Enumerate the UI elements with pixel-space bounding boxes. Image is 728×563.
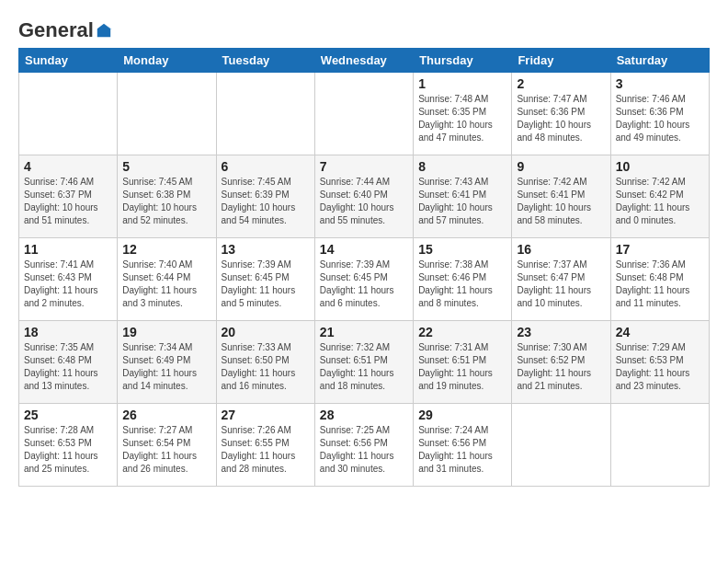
column-header-saturday: Saturday bbox=[610, 49, 709, 73]
calendar-cell: 12Sunrise: 7:40 AMSunset: 6:44 PMDayligh… bbox=[118, 238, 216, 321]
logo-general-text: General bbox=[18, 18, 94, 42]
calendar-cell: 27Sunrise: 7:26 AMSunset: 6:55 PMDayligh… bbox=[216, 404, 314, 487]
header: General bbox=[18, 18, 710, 39]
calendar-cell bbox=[216, 73, 314, 155]
day-number: 17 bbox=[616, 242, 704, 257]
day-number: 1 bbox=[418, 76, 506, 91]
day-number: 5 bbox=[122, 159, 210, 174]
day-number: 4 bbox=[24, 159, 112, 174]
day-number: 29 bbox=[418, 408, 506, 422]
day-info: Sunrise: 7:35 AMSunset: 6:48 PMDaylight:… bbox=[24, 341, 112, 393]
day-number: 18 bbox=[24, 325, 112, 339]
day-info: Sunrise: 7:43 AMSunset: 6:41 PMDaylight:… bbox=[418, 176, 506, 227]
day-info: Sunrise: 7:45 AMSunset: 6:39 PMDaylight:… bbox=[222, 176, 310, 227]
calendar-cell: 10Sunrise: 7:42 AMSunset: 6:42 PMDayligh… bbox=[610, 155, 709, 238]
day-info: Sunrise: 7:45 AMSunset: 6:38 PMDaylight:… bbox=[122, 176, 210, 227]
week-row-3: 11Sunrise: 7:41 AMSunset: 6:43 PMDayligh… bbox=[19, 238, 710, 321]
day-number: 13 bbox=[222, 242, 310, 257]
day-number: 9 bbox=[517, 159, 605, 174]
day-info: Sunrise: 7:30 AMSunset: 6:52 PMDaylight:… bbox=[517, 341, 605, 393]
calendar-cell bbox=[19, 73, 118, 155]
day-info: Sunrise: 7:42 AMSunset: 6:42 PMDaylight:… bbox=[616, 176, 704, 227]
day-number: 8 bbox=[418, 159, 506, 174]
day-info: Sunrise: 7:33 AMSunset: 6:50 PMDaylight:… bbox=[222, 341, 310, 393]
day-number: 28 bbox=[320, 408, 408, 422]
calendar-cell bbox=[512, 404, 610, 487]
calendar-cell: 2Sunrise: 7:47 AMSunset: 6:36 PMDaylight… bbox=[512, 73, 610, 155]
day-number: 15 bbox=[418, 242, 506, 257]
day-number: 23 bbox=[517, 325, 605, 339]
day-number: 16 bbox=[517, 242, 605, 257]
calendar-cell: 24Sunrise: 7:29 AMSunset: 6:53 PMDayligh… bbox=[610, 321, 709, 404]
day-info: Sunrise: 7:27 AMSunset: 6:54 PMDaylight:… bbox=[122, 424, 210, 476]
week-row-2: 4Sunrise: 7:46 AMSunset: 6:37 PMDaylight… bbox=[19, 155, 710, 238]
calendar-cell: 9Sunrise: 7:42 AMSunset: 6:41 PMDaylight… bbox=[512, 155, 610, 238]
day-info: Sunrise: 7:38 AMSunset: 6:46 PMDaylight:… bbox=[418, 259, 506, 310]
column-header-thursday: Thursday bbox=[414, 49, 512, 73]
day-info: Sunrise: 7:40 AMSunset: 6:44 PMDaylight:… bbox=[122, 259, 210, 310]
calendar-cell: 15Sunrise: 7:38 AMSunset: 6:46 PMDayligh… bbox=[414, 238, 512, 321]
calendar-cell: 26Sunrise: 7:27 AMSunset: 6:54 PMDayligh… bbox=[118, 404, 216, 487]
calendar-cell: 28Sunrise: 7:25 AMSunset: 6:56 PMDayligh… bbox=[314, 404, 413, 487]
calendar-cell: 16Sunrise: 7:37 AMSunset: 6:47 PMDayligh… bbox=[512, 238, 610, 321]
week-row-4: 18Sunrise: 7:35 AMSunset: 6:48 PMDayligh… bbox=[19, 321, 710, 404]
day-number: 21 bbox=[320, 325, 408, 339]
calendar-cell: 11Sunrise: 7:41 AMSunset: 6:43 PMDayligh… bbox=[19, 238, 118, 321]
day-info: Sunrise: 7:24 AMSunset: 6:56 PMDaylight:… bbox=[418, 424, 506, 476]
day-info: Sunrise: 7:26 AMSunset: 6:55 PMDaylight:… bbox=[222, 424, 310, 476]
calendar-cell bbox=[314, 73, 413, 155]
week-row-1: 1Sunrise: 7:48 AMSunset: 6:35 PMDaylight… bbox=[19, 73, 710, 155]
day-number: 14 bbox=[320, 242, 408, 257]
day-number: 20 bbox=[222, 325, 310, 339]
day-info: Sunrise: 7:44 AMSunset: 6:40 PMDaylight:… bbox=[320, 176, 408, 227]
day-number: 10 bbox=[616, 159, 704, 174]
day-number: 11 bbox=[24, 242, 112, 257]
calendar-cell: 21Sunrise: 7:32 AMSunset: 6:51 PMDayligh… bbox=[314, 321, 413, 404]
calendar-cell: 1Sunrise: 7:48 AMSunset: 6:35 PMDaylight… bbox=[414, 73, 512, 155]
calendar-cell: 25Sunrise: 7:28 AMSunset: 6:53 PMDayligh… bbox=[19, 404, 118, 487]
day-number: 12 bbox=[122, 242, 210, 257]
day-number: 25 bbox=[24, 408, 112, 422]
column-header-wednesday: Wednesday bbox=[314, 49, 413, 73]
day-info: Sunrise: 7:47 AMSunset: 6:36 PMDaylight:… bbox=[517, 93, 605, 144]
calendar-cell: 3Sunrise: 7:46 AMSunset: 6:36 PMDaylight… bbox=[610, 73, 709, 155]
calendar-cell: 5Sunrise: 7:45 AMSunset: 6:38 PMDaylight… bbox=[118, 155, 216, 238]
calendar-cell: 14Sunrise: 7:39 AMSunset: 6:45 PMDayligh… bbox=[314, 238, 413, 321]
column-header-tuesday: Tuesday bbox=[216, 49, 314, 73]
day-number: 2 bbox=[517, 76, 605, 91]
column-header-sunday: Sunday bbox=[19, 49, 118, 73]
day-info: Sunrise: 7:39 AMSunset: 6:45 PMDaylight:… bbox=[222, 259, 310, 310]
day-number: 7 bbox=[320, 159, 408, 174]
day-info: Sunrise: 7:37 AMSunset: 6:47 PMDaylight:… bbox=[517, 259, 605, 310]
day-info: Sunrise: 7:34 AMSunset: 6:49 PMDaylight:… bbox=[122, 341, 210, 393]
header-row: SundayMondayTuesdayWednesdayThursdayFrid… bbox=[19, 49, 710, 73]
day-info: Sunrise: 7:25 AMSunset: 6:56 PMDaylight:… bbox=[320, 424, 408, 476]
day-info: Sunrise: 7:36 AMSunset: 6:48 PMDaylight:… bbox=[616, 259, 704, 310]
calendar-cell: 20Sunrise: 7:33 AMSunset: 6:50 PMDayligh… bbox=[216, 321, 314, 404]
day-number: 19 bbox=[122, 325, 210, 339]
day-info: Sunrise: 7:31 AMSunset: 6:51 PMDaylight:… bbox=[418, 341, 506, 393]
day-number: 3 bbox=[616, 76, 704, 91]
calendar-cell: 23Sunrise: 7:30 AMSunset: 6:52 PMDayligh… bbox=[512, 321, 610, 404]
day-info: Sunrise: 7:32 AMSunset: 6:51 PMDaylight:… bbox=[320, 341, 408, 393]
day-info: Sunrise: 7:29 AMSunset: 6:53 PMDaylight:… bbox=[616, 341, 704, 393]
day-info: Sunrise: 7:48 AMSunset: 6:35 PMDaylight:… bbox=[418, 93, 506, 144]
day-info: Sunrise: 7:46 AMSunset: 6:37 PMDaylight:… bbox=[24, 176, 112, 227]
day-number: 26 bbox=[122, 408, 210, 422]
calendar-cell: 19Sunrise: 7:34 AMSunset: 6:49 PMDayligh… bbox=[118, 321, 216, 404]
calendar-cell: 8Sunrise: 7:43 AMSunset: 6:41 PMDaylight… bbox=[414, 155, 512, 238]
calendar-cell: 17Sunrise: 7:36 AMSunset: 6:48 PMDayligh… bbox=[610, 238, 709, 321]
calendar-table: SundayMondayTuesdayWednesdayThursdayFrid… bbox=[18, 48, 710, 487]
week-row-5: 25Sunrise: 7:28 AMSunset: 6:53 PMDayligh… bbox=[19, 404, 710, 487]
day-number: 6 bbox=[222, 159, 310, 174]
day-info: Sunrise: 7:28 AMSunset: 6:53 PMDaylight:… bbox=[24, 424, 112, 476]
day-info: Sunrise: 7:41 AMSunset: 6:43 PMDaylight:… bbox=[24, 259, 112, 310]
calendar-cell bbox=[118, 73, 216, 155]
calendar-cell: 13Sunrise: 7:39 AMSunset: 6:45 PMDayligh… bbox=[216, 238, 314, 321]
column-header-friday: Friday bbox=[512, 49, 610, 73]
calendar-cell: 4Sunrise: 7:46 AMSunset: 6:37 PMDaylight… bbox=[19, 155, 118, 238]
day-number: 27 bbox=[222, 408, 310, 422]
svg-marker-0 bbox=[97, 24, 110, 37]
day-info: Sunrise: 7:39 AMSunset: 6:45 PMDaylight:… bbox=[320, 259, 408, 310]
column-header-monday: Monday bbox=[118, 49, 216, 73]
